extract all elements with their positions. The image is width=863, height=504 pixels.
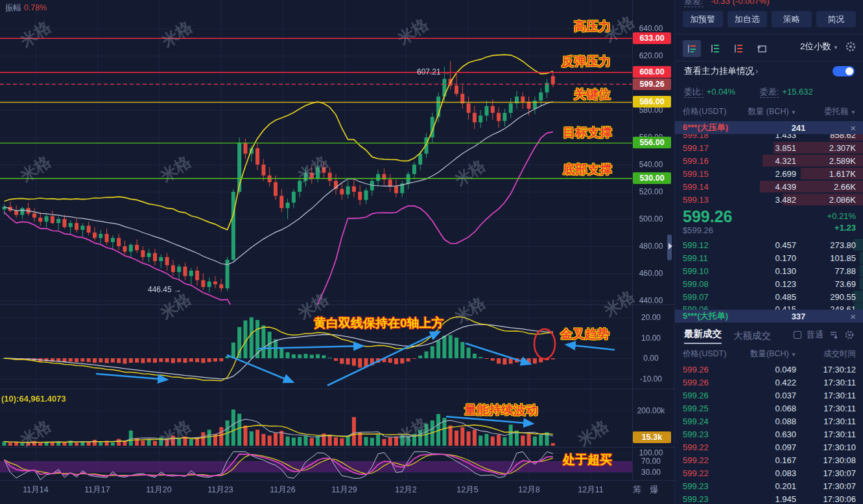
orderbook-row[interactable]: 599.060.415248.61 [675, 303, 863, 310]
large-buy-order-banner[interactable]: 5***(大托单) 337 × [675, 310, 863, 323]
right-arrow-icon: → [174, 285, 182, 294]
orderbook-row[interactable]: 599.152.6991.617K [675, 167, 863, 180]
action-buttons: 加预警 加自选 策略 简况 [683, 11, 856, 27]
ask-row-clipped[interactable]: 599.181.433858.62 [675, 134, 863, 141]
add-panel-icon[interactable] [753, 40, 771, 57]
tab-latest-trades[interactable]: 最新成交 [684, 328, 722, 344]
orderbook-row[interactable]: 599.144.4392.66K [675, 180, 863, 193]
chevron-down-icon[interactable]: ▼ [851, 109, 856, 115]
trade-row[interactable]: 599.231.94517:30:06 [675, 492, 863, 504]
last-price-block: 599.26 $599.26 +0.21% +1.23 [675, 206, 863, 237]
chevron-down-icon[interactable]: ▼ [791, 352, 796, 358]
price-level-badge: 633.00 [633, 32, 671, 44]
normal-filter-checkbox[interactable] [794, 331, 801, 339]
gear-icon[interactable] [845, 41, 857, 54]
orderbook-row[interactable]: 599.080.12373.69 [675, 277, 863, 290]
trades-tabs: 最新成交 大额成交 普通 [684, 327, 855, 344]
ratio-value: +0.04% [707, 87, 735, 97]
price-level-badge: 586.00 [633, 96, 671, 108]
basis-row: 基差: -0.33 (-0.007%) [684, 0, 770, 7]
orderbook-row[interactable]: 599.070.485290.55 [675, 290, 863, 303]
main-orders-row: 查看主力挂单情况› [684, 65, 855, 77]
amplitude-value: 0.78% [24, 3, 47, 12]
trades-header: 价格(USDT) 数量(BCH) ▼ 成交时间 [675, 349, 863, 360]
basis-label: 基差: [684, 0, 703, 7]
trade-row[interactable]: 599.260.03717:30:11 [675, 389, 863, 402]
price-tick: 480.00 [632, 242, 670, 251]
tab-large-trades[interactable]: 大额成交 [733, 330, 771, 342]
orderbook-row[interactable]: 599.173.8512.307K [675, 141, 863, 154]
price-level-badge: 599.26 [633, 78, 671, 90]
time-tick: 11月20 [146, 485, 171, 496]
trade-row[interactable]: 599.220.16717:30:08 [675, 453, 863, 466]
ratio-label: 委比: [684, 87, 703, 98]
annotation-rebound-pressure: 反弹压力 [562, 53, 611, 70]
price-level-badge: 530.00 [633, 172, 671, 184]
trading-app: 振幅0.78% 640.00620.00600.00580.00560.0054… [0, 0, 863, 504]
decimal-precision-select[interactable]: 2位小数▼ [800, 41, 838, 52]
large-order-name: 6***(大压单) [683, 122, 767, 133]
strategy-button[interactable]: 策略 [772, 11, 812, 27]
oscillator-tick: 30.00 [632, 468, 670, 477]
sort-list-icon[interactable] [829, 330, 839, 340]
corner-tools-label[interactable]: 筹 爆 [633, 484, 662, 496]
basis-value: -0.33 (-0.007%) [711, 0, 769, 6]
orderbook-row[interactable]: 599.133.4822.086K [675, 193, 863, 206]
price-level-badge: 608.00 [633, 66, 671, 78]
amplitude-label: 振幅0.78% [5, 3, 47, 14]
chevron-down-icon: ▼ [833, 45, 838, 51]
trade-row[interactable]: 599.230.63017:30:11 [675, 428, 863, 441]
annotation-high-pressure: 高压力 [574, 18, 611, 35]
large-order-count: 337 [767, 312, 830, 321]
depth-sells-icon[interactable] [729, 40, 748, 57]
bid-rows: 599.120.457273.80 599.110.170101.85 599.… [675, 238, 863, 303]
trade-row[interactable]: 599.260.04917:30:12 [675, 363, 863, 376]
orderbook-row[interactable]: 599.181.433858.62 [675, 134, 863, 141]
trade-row[interactable]: 599.240.08817:30:11 [675, 415, 863, 428]
oscillator-tick: 100.00 [632, 448, 670, 457]
trade-row[interactable]: 599.220.08317:30:07 [675, 466, 863, 479]
add-favorite-button[interactable]: 加自选 [727, 11, 768, 27]
time-tick: 12月2 [395, 485, 416, 496]
annotation-volume-note: 量能持续波动 [464, 402, 538, 418]
close-icon[interactable]: × [830, 122, 856, 133]
main-orders-toggle[interactable] [833, 66, 855, 76]
diff-value: +15.632 [782, 87, 812, 97]
change-percent: +0.21% [827, 211, 856, 222]
annotation-key-level: 关键位 [574, 86, 611, 103]
trade-rows: 599.260.04917:30:12 599.260.42217:30:11 … [675, 363, 863, 504]
trade-row[interactable]: 599.250.06817:30:11 [675, 402, 863, 415]
macd-tick: 10.00 [632, 334, 670, 343]
depth-both-icon[interactable] [683, 40, 701, 57]
market-side-panel: 基差: -0.33 (-0.007%) 加预警 加自选 策略 简况 2 [674, 0, 863, 504]
main-orders-link[interactable]: 查看主力挂单情况› [684, 65, 759, 77]
trade-row[interactable]: 599.260.42217:30:11 [675, 376, 863, 389]
large-sell-order-banner[interactable]: 6***(大压单) 241 × [675, 121, 863, 134]
large-order-count: 241 [767, 123, 830, 133]
annotation-macd-note: 黄白双线保持在0轴上方 [314, 315, 444, 332]
time-tick: 12月5 [456, 485, 478, 496]
close-icon[interactable]: × [830, 311, 856, 322]
price-tick: 540.00 [632, 160, 670, 169]
normal-filter-label: 普通 [807, 329, 823, 341]
overview-button[interactable]: 简况 [816, 11, 857, 27]
volume-badge: 15.3k [633, 431, 671, 443]
chevron-down-icon[interactable]: ▼ [791, 109, 796, 115]
price-tick: 620.00 [632, 51, 670, 60]
low-price-marker: 446.45 → [148, 285, 182, 294]
chart-pane: 振幅0.78% 640.00620.00600.00580.00560.0054… [0, 0, 674, 504]
axis-scroll-arrow-icon[interactable] [668, 243, 672, 249]
add-alert-button[interactable]: 加预警 [683, 11, 723, 27]
volume-ma-label: (10):64,961.4073 [1, 394, 66, 404]
orderbook-row[interactable]: 599.120.457273.80 [675, 238, 863, 251]
time-tick: 11月26 [270, 485, 295, 496]
orderbook-row[interactable]: 599.164.3212.589K [675, 154, 863, 167]
bid-row-clipped[interactable]: 599.060.415248.61 [675, 303, 863, 310]
orderbook-row[interactable]: 599.110.170101.85 [675, 251, 863, 264]
trade-row[interactable]: 599.220.09717:30:10 [675, 441, 863, 453]
depth-buys-icon[interactable] [706, 40, 724, 57]
candlestick-chart-canvas[interactable] [0, 0, 674, 504]
gear-icon[interactable] [844, 330, 855, 340]
orderbook-row[interactable]: 599.100.13077.88 [675, 264, 863, 277]
trade-row[interactable]: 599.230.20117:30:07 [675, 479, 863, 492]
